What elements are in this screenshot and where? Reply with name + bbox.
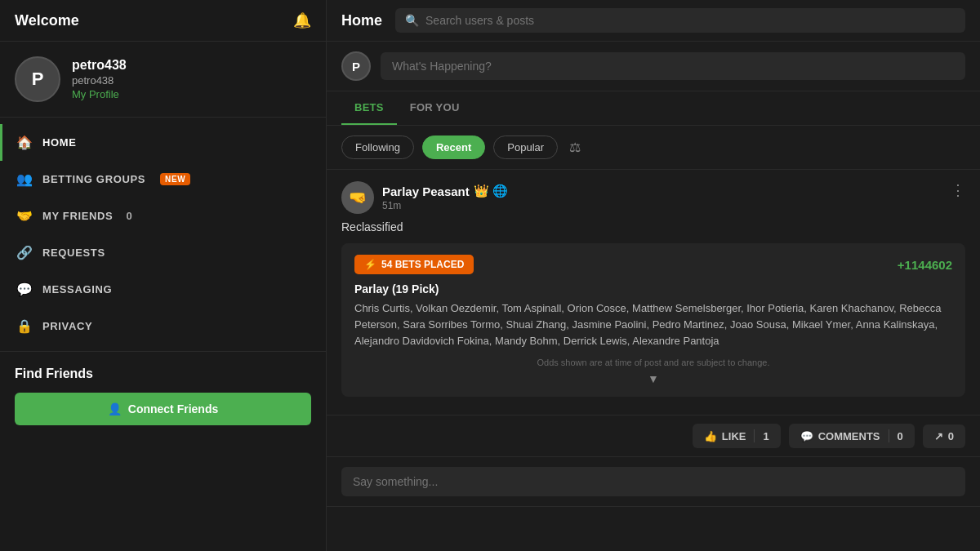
search-icon: 🔍 — [405, 14, 419, 27]
comment-bar — [327, 457, 980, 507]
tab-bets[interactable]: BETS — [341, 91, 397, 125]
sidebar: Welcome 🔔 P petro438 petro438 My Profile… — [0, 0, 327, 551]
search-bar: 🔍 — [395, 8, 965, 33]
sidebar-item-betting-groups[interactable]: 👥 BETTING GROUPS NEW — [0, 161, 326, 198]
filter-recent[interactable]: Recent — [422, 136, 485, 159]
like-button[interactable]: 👍 LIKE 1 — [693, 424, 781, 448]
requests-icon: 🔗 — [16, 245, 33, 260]
sidebar-header: Welcome 🔔 — [0, 0, 326, 42]
profile-section: P petro438 petro438 My Profile — [0, 42, 326, 118]
post-author-row: 🤜 Parlay Peasant 👑 🌐 51m — [341, 181, 508, 214]
share-icon: ↗ — [934, 430, 943, 442]
betting-groups-icon: 👥 — [16, 171, 33, 187]
like-icon: 👍 — [704, 430, 717, 442]
post-text: Reclassified — [341, 220, 965, 233]
share-count: 0 — [948, 430, 954, 442]
sidebar-item-betting-groups-label: BETTING GROUPS — [42, 173, 145, 185]
topbar-title: Home — [341, 12, 382, 29]
feed: 🤜 Parlay Peasant 👑 🌐 51m ⋮ Reclassified — [327, 170, 980, 551]
avatar: P — [15, 56, 60, 102]
bet-card: ⚡ 54 BETS PLACED +1144602 Parlay (19 Pic… — [341, 243, 965, 397]
friends-count: 0 — [126, 210, 132, 222]
sidebar-item-privacy-label: PRIVACY — [42, 320, 92, 332]
profile-info: petro438 petro438 My Profile — [72, 58, 127, 100]
profile-handle: petro438 — [72, 74, 127, 87]
privacy-icon: 🔒 — [16, 318, 33, 334]
bet-expand-icon[interactable]: ▼ — [354, 367, 952, 385]
like-count: 1 — [763, 430, 768, 442]
more-options-icon[interactable]: ⋮ — [951, 181, 965, 199]
sidebar-item-home[interactable]: 🏠 HOME — [0, 124, 326, 161]
filter-settings-icon[interactable]: ⚖ — [569, 140, 581, 155]
sidebar-title: Welcome — [15, 12, 79, 29]
sidebar-item-home-label: HOME — [42, 136, 77, 149]
sidebar-item-requests[interactable]: 🔗 REQUESTS — [0, 234, 326, 271]
compose-avatar: P — [341, 51, 371, 81]
lightning-icon: ⚡ — [364, 259, 376, 270]
sidebar-item-requests-label: REQUESTS — [42, 247, 105, 259]
comments-icon: 💬 — [800, 430, 813, 442]
connect-friends-icon: 👤 — [108, 402, 122, 415]
filter-row: Following Recent Popular ⚖ — [327, 126, 980, 170]
notification-bell-icon[interactable]: 🔔 — [293, 11, 311, 29]
bet-card-header: ⚡ 54 BETS PLACED +1144602 — [354, 255, 952, 274]
sidebar-nav: 🏠 HOME 👥 BETTING GROUPS NEW 🤝 MY FRIENDS… — [0, 118, 326, 352]
filter-following[interactable]: Following — [341, 136, 414, 159]
new-badge: NEW — [160, 173, 190, 185]
post-author-info: Parlay Peasant 👑 🌐 51m — [382, 184, 508, 211]
compose-input[interactable] — [381, 52, 965, 80]
connect-friends-button[interactable]: 👤 Connect Friends — [15, 393, 311, 425]
sidebar-item-friends-label: MY FRIENDS — [42, 210, 113, 222]
filter-popular[interactable]: Popular — [493, 136, 558, 159]
sidebar-item-my-friends[interactable]: 🤝 MY FRIENDS 0 — [0, 198, 326, 234]
post-author-avatar: 🤜 — [341, 181, 374, 214]
post-actions: 👍 LIKE 1 💬 COMMENTS 0 ↗ 0 — [327, 415, 980, 457]
odds-value: +1144602 — [898, 258, 952, 272]
profile-username: petro438 — [72, 58, 127, 73]
share-button[interactable]: ↗ 0 — [923, 424, 965, 448]
topbar: Home 🔍 — [327, 0, 980, 42]
find-friends-section: Find Friends 👤 Connect Friends — [0, 352, 326, 440]
tab-for-you[interactable]: FOR YOU — [397, 91, 473, 125]
comment-input[interactable] — [341, 467, 965, 496]
divider — [889, 429, 889, 442]
bet-type: Parlay (19 Pick) — [354, 282, 952, 295]
post-card: 🤜 Parlay Peasant 👑 🌐 51m ⋮ Reclassified — [327, 170, 980, 415]
sidebar-item-messaging-label: MESSAGING — [42, 283, 112, 295]
compose-bar: P — [327, 42, 980, 91]
find-friends-title: Find Friends — [15, 367, 311, 381]
post-time: 51m — [382, 200, 508, 211]
messaging-icon: 💬 — [16, 282, 33, 297]
search-input[interactable] — [425, 14, 956, 27]
main-content: Home 🔍 P BETS FOR YOU Following Recent P… — [327, 0, 980, 551]
comments-button[interactable]: 💬 COMMENTS 0 — [789, 424, 915, 448]
bets-placed-badge: ⚡ 54 BETS PLACED — [354, 255, 474, 274]
post-header: 🤜 Parlay Peasant 👑 🌐 51m ⋮ — [341, 181, 965, 214]
bet-picks: Chris Curtis, Volkan Oezdemir, Tom Aspin… — [354, 300, 952, 349]
bet-disclaimer: Odds shown are at time of post and are s… — [354, 358, 952, 367]
comments-count: 0 — [898, 430, 903, 442]
post-author-name: Parlay Peasant 👑 🌐 — [382, 184, 508, 198]
tabs-bar: BETS FOR YOU — [327, 91, 980, 126]
profile-link[interactable]: My Profile — [72, 88, 127, 100]
sidebar-item-messaging[interactable]: 💬 MESSAGING — [0, 271, 326, 308]
friends-icon: 🤝 — [16, 208, 33, 224]
divider — [754, 429, 755, 442]
author-emoji-icons: 👑 🌐 — [474, 184, 508, 198]
sidebar-item-privacy[interactable]: 🔒 PRIVACY — [0, 308, 326, 344]
home-icon: 🏠 — [16, 135, 33, 150]
